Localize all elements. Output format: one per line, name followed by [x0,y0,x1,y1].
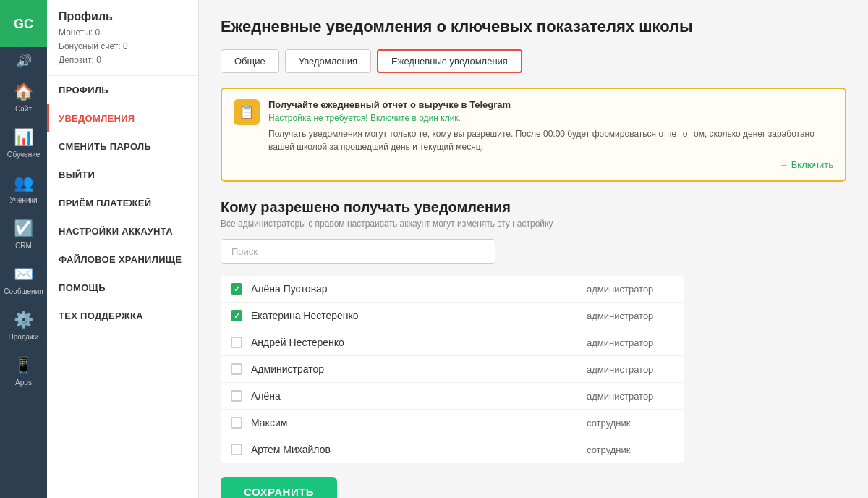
user-checkbox[interactable] [231,337,242,348]
user-name: Максим [251,417,578,429]
user-checkbox[interactable] [231,444,242,455]
user-checkbox[interactable] [231,310,242,321]
stat-deposit: Депозит: 0 [59,54,187,67]
menu-item-priem-platezhey[interactable]: ПРИЁМ ПЛАТЕЖЕЙ [47,189,198,217]
stat-monety: Монеты: 0 [59,26,187,40]
nav-label-crm: CRM [15,242,32,250]
nav-item-ucheniki[interactable]: 👥 Ученики [0,166,47,211]
menu-item-smenit-parol[interactable]: СМЕНИТЬ ПАРОЛЬ [47,132,198,161]
user-role: сотрудник [587,444,673,455]
user-role: администратор [587,391,673,402]
nav-label-obuchenie: Обучение [7,151,41,159]
logo[interactable]: GC [0,0,47,47]
tab-obshchie[interactable]: Общие [221,49,279,73]
profile-menu: ПРОФИЛЬУВЕДОМЛЕНИЯСМЕНИТЬ ПАРОЛЬВЫЙТИПРИ… [47,76,198,330]
speaker-icon: 🔊 [16,53,32,69]
tab-uvedomleniya[interactable]: Уведомления [285,49,371,73]
stat-bonus: Бонусный счет: 0 [59,40,187,54]
users-icon: 👥 [14,173,34,193]
user-role: администратор [587,284,673,295]
user-name: Андрей Нестеренко [251,337,578,348]
telegram-icon: 📋 [234,99,260,125]
crm-icon: ☑️ [14,219,34,239]
menu-item-vyyti[interactable]: ВЫЙТИ [47,161,198,189]
nav-label-ucheniki: Ученики [9,196,37,204]
user-row: Администраторадминистратор [221,356,684,383]
telegram-subtitle: Настройка не требуется! Включите в один … [268,113,833,123]
icon-nav: GC 🔊 🏠 Сайт 📊 Обучение 👥 Ученики ☑️ CRM … [0,0,47,498]
telegram-desc: Получать уведомления могут только те, ко… [268,127,833,153]
user-name: Администратор [251,363,578,375]
user-role: администратор [587,364,673,375]
user-checkbox[interactable] [231,417,242,429]
nav-item-obuchenie[interactable]: 📊 Обучение [0,120,47,166]
user-name: Артем Михайлов [251,444,578,455]
user-checkbox[interactable] [231,363,242,375]
permissions-subtitle: Все администраторы с правом настраивать … [221,219,846,229]
gear-icon: ⚙️ [14,310,34,330]
user-row: Артем Михайловсотрудник [221,436,684,463]
nav-label-apps: Apps [15,379,32,387]
user-row: Максимсотрудник [221,410,684,436]
profile-header: Профиль Монеты: 0 Бонусный счет: 0 Депоз… [47,0,198,76]
save-button[interactable]: СОХРАНИТЬ [221,477,337,498]
nav-item-apps[interactable]: 📱 Apps [0,348,47,394]
search-input[interactable] [221,239,495,264]
menu-item-faylovoe-hranilishche[interactable]: ФАЙЛОВОЕ ХРАНИЛИЩЕ [47,245,198,274]
nav-item-crm[interactable]: ☑️ CRM [0,211,47,257]
user-role: администратор [587,337,673,348]
telegram-title: Получайте ежедневный отчет о выручке в T… [268,99,833,110]
nav-label-site: Сайт [15,105,32,113]
permissions-title: Кому разрешено получать уведомления [221,199,846,216]
user-list: Алёна ПустоварадминистраторЕкатерина Нес… [221,276,684,463]
tabs-bar: ОбщиеУведомленияЕжедневные уведомления [221,49,846,73]
profile-sidebar: Профиль Монеты: 0 Бонусный счет: 0 Депоз… [47,0,199,498]
menu-item-nastroyki-akkaunta[interactable]: НАСТРОЙКИ АККАУНТА [47,217,198,245]
menu-item-uvedomleniya[interactable]: УВЕДОМЛЕНИЯ [47,104,198,132]
menu-item-profil[interactable]: ПРОФИЛЬ [47,76,198,104]
user-name: Алёна [251,390,578,402]
user-checkbox[interactable] [231,390,242,402]
nav-item-prodazhi[interactable]: ⚙️ Продажи [0,303,47,348]
user-row: Алёнаадминистратор [221,383,684,410]
user-role: администратор [587,311,673,321]
telegram-notification-box: 📋 Получайте ежедневный отчет о выручке в… [221,88,846,182]
nav-item-site[interactable]: 🏠 Сайт [0,75,47,120]
page-title: Ежедневные уведомления о ключевых показа… [221,17,846,36]
home-icon: 🏠 [14,82,34,102]
user-role: сотрудник [587,418,673,429]
menu-item-pomoshch[interactable]: ПОМОЩЬ [47,274,198,302]
tab-ezhednevnye[interactable]: Ежедневные уведомления [377,49,522,73]
telegram-content: Получайте ежедневный отчет о выручке в T… [268,99,833,170]
user-row: Андрей Нестеренкоадминистратор [221,329,684,356]
menu-item-teh-podderzhka[interactable]: ТЕХ ПОДДЕРЖКА [47,302,198,330]
nav-item-soobshenia[interactable]: ✉️ Сообщения [0,257,47,303]
chart-icon: 📊 [14,127,34,148]
user-checkbox[interactable] [231,283,242,295]
logo-text: GC [14,17,33,30]
user-name: Алёна Пустовар [251,283,578,295]
user-row: Алёна Пустоварадминистратор [221,276,684,303]
profile-title: Профиль [59,10,187,23]
mail-icon: ✉️ [14,264,34,284]
user-row: Екатерина Нестеренкоадминистратор [221,303,684,329]
apps-icon: 📱 [14,355,34,376]
user-name: Екатерина Нестеренко [251,310,578,321]
nav-label-prodazhi: Продажи [9,333,39,341]
nav-label-soobshenia: Сообщения [4,287,43,295]
main-content: Ежедневные уведомления о ключевых показа… [199,0,868,498]
enable-link[interactable]: → Включить [268,159,833,170]
